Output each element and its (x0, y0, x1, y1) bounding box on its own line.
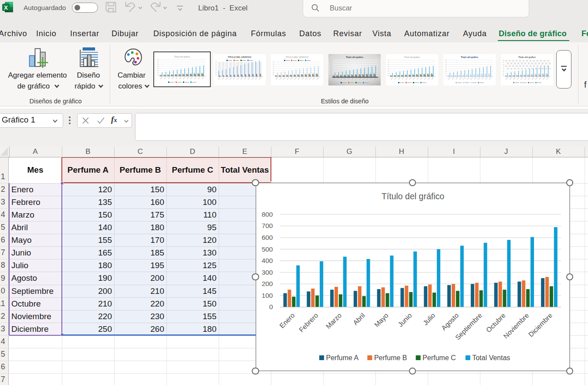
svg-text:200: 200 (261, 280, 273, 287)
svg-text:400: 400 (261, 257, 273, 264)
svg-text:Titulo del grafico: Titulo del grafico (404, 56, 420, 58)
svg-text:Titulo del grafico: Titulo del grafico (461, 56, 478, 58)
svg-text:Perfume B: Perfume B (374, 354, 407, 361)
svg-text:Título del gráfico: Título del gráfico (381, 191, 444, 201)
svg-text:Total Ventas: Total Ventas (472, 354, 510, 361)
svg-text:500: 500 (261, 245, 273, 253)
svg-text:800: 800 (261, 211, 273, 218)
svg-text:100: 100 (261, 292, 273, 299)
svg-text:X: X (4, 4, 8, 11)
svg-text:Perfume A: Perfume A (326, 354, 358, 361)
svg-text:TÍTULO DEL GRÁFICO: TÍTULO DEL GRÁFICO (228, 55, 251, 58)
svg-text:Titulo del grafico: Titulo del grafico (174, 55, 190, 58)
svg-text:0: 0 (269, 303, 273, 310)
svg-text:Titulo del grafico: Titulo del grafico (346, 56, 363, 58)
svg-text:300: 300 (261, 269, 273, 276)
svg-text:TÍTULO DEL GRÁFICO: TÍTULO DEL GRÁFICO (286, 56, 309, 58)
svg-text:Titulo del grafico: Titulo del grafico (518, 56, 536, 58)
svg-text:Perfume C: Perfume C (422, 354, 456, 361)
svg-text:600: 600 (261, 234, 273, 241)
svg-text:700: 700 (261, 222, 273, 229)
